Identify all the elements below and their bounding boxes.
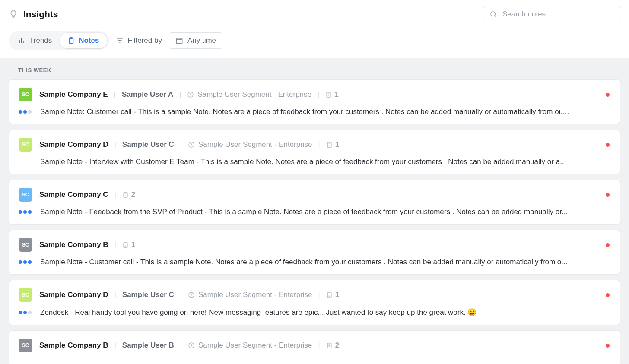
page-header: Insights	[0, 0, 629, 22]
clock-icon	[188, 291, 195, 298]
separator: |	[114, 141, 116, 149]
segment-label: Sample User Segment - Enterprise	[188, 291, 312, 299]
tag-dot	[23, 210, 27, 214]
tag-dot	[23, 311, 27, 314]
note-preview-text: Zendesk - Real handy tool you have going…	[40, 308, 610, 317]
status-indicator	[606, 243, 610, 247]
separator: |	[318, 342, 320, 349]
note-card-header: SCSample Company B|1	[19, 238, 610, 252]
tag-dot	[19, 210, 22, 214]
view-toggle: Trends Notes	[9, 31, 109, 50]
note-count: 1	[326, 140, 339, 149]
lightbulb-icon	[9, 9, 18, 19]
note-card-header: SCSample Company E|Sample User A|Sample …	[19, 88, 610, 101]
tag-dot	[28, 260, 32, 264]
separator: |	[180, 141, 182, 149]
note-meta: Sample Company B|1	[39, 241, 610, 249]
tag-dots	[19, 260, 32, 264]
user-name: Sample User C	[122, 291, 174, 299]
status-indicator	[606, 143, 610, 147]
document-icon	[326, 342, 333, 349]
note-count: 2	[122, 190, 135, 199]
tag-dot	[28, 110, 32, 114]
tag-dots	[19, 210, 32, 214]
header-left: Insights	[9, 9, 58, 19]
note-card[interactable]: SCSample Company D|Sample User C|Sample …	[9, 280, 620, 325]
bar-chart-icon	[18, 37, 26, 44]
tag-dot	[19, 110, 22, 114]
document-icon	[122, 242, 129, 248]
tag-dot	[19, 311, 22, 314]
filtered-by-label: Filtered by	[128, 36, 162, 45]
separator: |	[318, 291, 320, 299]
company-avatar: SC	[19, 188, 32, 202]
search-field[interactable]	[483, 6, 621, 22]
note-preview-text: Sample Note: Customer call - This is a s…	[40, 108, 610, 116]
note-meta: Sample Company B|Sample User B|Sample Us…	[39, 341, 610, 350]
separator: |	[114, 241, 116, 249]
company-name: Sample Company B	[39, 241, 108, 249]
document-icon	[325, 92, 332, 98]
note-count: 1	[326, 291, 339, 299]
date-filter-button[interactable]: Any time	[169, 32, 222, 49]
separator: |	[180, 291, 182, 299]
note-count: 1	[122, 241, 135, 249]
separator: |	[180, 342, 182, 349]
clock-icon	[188, 342, 195, 349]
status-indicator	[606, 293, 610, 297]
note-meta: Sample Company E|Sample User A|Sample Us…	[39, 90, 610, 99]
notes-list-area: THIS WEEK SCSample Company E|Sample User…	[0, 58, 629, 364]
note-card-body: Sample Note: Customer call - This is a s…	[19, 108, 610, 116]
tag-dot	[23, 260, 27, 264]
tab-trends[interactable]: Trends	[10, 33, 60, 48]
svg-point-0	[491, 12, 495, 16]
note-card-header: SCSample Company D|Sample User C|Sample …	[19, 288, 610, 302]
tag-dot	[28, 210, 32, 214]
segment-label: Sample User Segment - Enterprise	[188, 140, 312, 149]
company-name: Sample Company E	[39, 90, 108, 99]
segment-label: Sample User Segment - Enterprise	[188, 341, 312, 350]
filter-icon	[116, 37, 124, 44]
company-avatar: SC	[19, 138, 32, 152]
note-count: 1	[325, 90, 338, 99]
company-name: Sample Company D	[39, 291, 108, 299]
status-indicator	[606, 93, 610, 97]
date-filter-label: Any time	[187, 36, 216, 45]
separator: |	[318, 141, 320, 149]
tab-notes[interactable]: Notes	[60, 33, 107, 48]
note-card[interactable]: SCSample Company B|Sample User B|Sample …	[9, 330, 620, 364]
company-avatar: SC	[19, 238, 32, 252]
separator: |	[179, 91, 181, 98]
document-icon	[326, 292, 333, 298]
tab-trends-label: Trends	[29, 36, 52, 45]
separator: |	[114, 342, 116, 349]
note-card-header: SCSample Company D|Sample User C|Sample …	[19, 138, 610, 152]
note-meta: Sample Company D|Sample User C|Sample Us…	[39, 291, 610, 299]
tag-dot	[23, 110, 27, 114]
user-name: Sample User A	[122, 90, 173, 99]
filtered-by[interactable]: Filtered by	[116, 36, 162, 45]
note-preview-text: Sample Note - Feedback from the SVP of P…	[40, 208, 610, 216]
company-name: Sample Company C	[39, 190, 108, 199]
tab-notes-label: Notes	[79, 36, 99, 45]
company-avatar: SC	[19, 339, 32, 352]
separator: |	[114, 191, 116, 199]
clock-icon	[188, 141, 195, 148]
clipboard-icon	[67, 37, 75, 44]
user-name: Sample User B	[122, 341, 174, 350]
note-card[interactable]: SCSample Company C|2Sample Note - Feedba…	[9, 180, 620, 225]
tag-dot	[28, 311, 32, 314]
note-card-header: SCSample Company B|Sample User B|Sample …	[19, 339, 610, 352]
company-name: Sample Company B	[39, 341, 108, 350]
note-card-body: Sample Note - Interview with Customer E …	[19, 158, 610, 166]
note-card[interactable]: SCSample Company E|Sample User A|Sample …	[9, 79, 620, 124]
separator: |	[114, 91, 116, 98]
note-card[interactable]: SCSample Company D|Sample User C|Sample …	[9, 130, 620, 174]
note-card-body: Sample Note - Customer call - This is a …	[19, 258, 610, 266]
tag-dots	[19, 110, 32, 114]
svg-rect-3	[176, 38, 182, 44]
note-card[interactable]: SCSample Company B|1Sample Note - Custom…	[9, 230, 620, 275]
note-meta: Sample Company C|2	[39, 190, 610, 199]
toolbar: Trends Notes Filtered by Any time	[0, 22, 629, 58]
search-input[interactable]	[502, 10, 615, 19]
